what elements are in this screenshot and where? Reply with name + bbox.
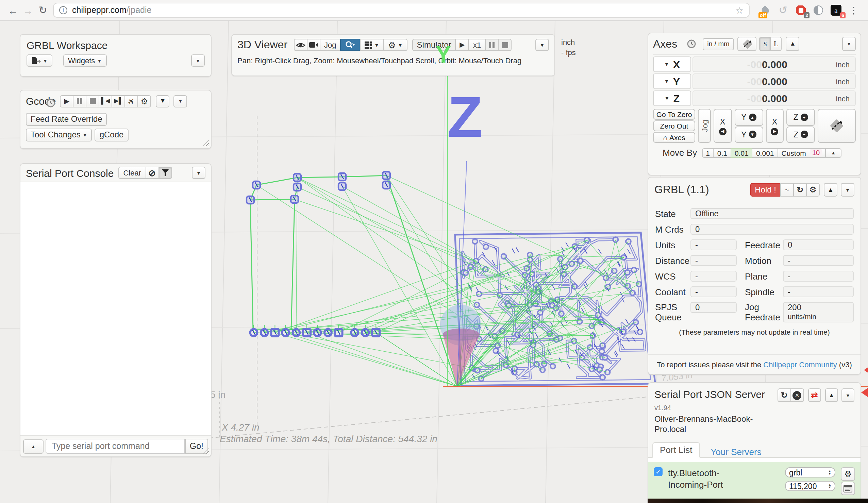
axis-y-value[interactable]: -00 0.000 inch [692, 73, 856, 89]
grbl-refresh-button[interactable]: ↻ [793, 183, 807, 197]
viewer-camera-button[interactable] [307, 39, 320, 51]
plane-label: Plane [745, 271, 783, 281]
grbl-collapse-button[interactable]: ▼ [841, 183, 855, 197]
jog-mode-button[interactable]: Jog [698, 109, 711, 143]
console-collapse-button[interactable]: ▼ [192, 167, 205, 179]
gcode-expand-button[interactable]: ▼ [156, 95, 169, 107]
viewer-jog-button[interactable]: Jog [319, 39, 341, 51]
axis-x-menu[interactable]: ▼X [653, 57, 691, 72]
forward-icon[interactable]: → [20, 4, 35, 16]
jog-z-minus-button[interactable]: Z− [786, 126, 815, 143]
grbl-settings-button[interactable]: ⚙ [806, 183, 820, 197]
port-baud-select[interactable]: 115,200 ▲▼ [785, 481, 835, 491]
gcode-goto-end-button[interactable]: ▶▌ [112, 95, 125, 107]
port-console-button[interactable] [841, 482, 855, 495]
jog-y-minus-button[interactable]: Y▼ [734, 126, 763, 143]
feed-rate-override-button[interactable]: Feed Rate Override [26, 113, 107, 125]
axes-collapse-button[interactable]: ▼ [842, 37, 856, 51]
gcode-play-button[interactable]: ▶ [60, 95, 73, 107]
gcode-stop-button[interactable] [86, 95, 99, 107]
step-custom-button[interactable]: Custom 10 [777, 148, 826, 157]
amazon-extension-icon[interactable]: a 6 [829, 3, 843, 17]
jog-x-plus-button[interactable]: X▶ [766, 109, 784, 143]
jog-x-minus-button[interactable]: X◀ [714, 109, 732, 143]
contrast-extension-icon[interactable] [812, 3, 825, 17]
gcode-list-button[interactable]: gCode [95, 128, 128, 141]
units-toggle-button[interactable]: in / mm [702, 38, 734, 50]
step-0p1-button[interactable]: 0.1 [713, 148, 731, 157]
console-filter-button[interactable] [158, 167, 172, 179]
console-go-button[interactable]: Go! [185, 439, 208, 454]
axis-z-value[interactable]: -00 0.000 inch [692, 91, 856, 106]
grbl-expand-button[interactable]: ▲ [824, 183, 837, 197]
workspace-export-button[interactable]: ▼ [27, 54, 52, 66]
flame-extension-icon[interactable]: off [758, 3, 772, 17]
site-info-icon[interactable]: i [59, 6, 68, 14]
workspace-collapse-button[interactable]: ▼ [191, 54, 205, 66]
spjs-disconnect-button[interactable]: ✕ [790, 388, 804, 402]
browser-menu-icon[interactable]: ⋮ [847, 3, 860, 17]
port-settings-button[interactable]: ⚙ [841, 467, 855, 481]
gcode-pause-button[interactable] [73, 95, 86, 107]
history-extension-icon[interactable]: ↺ [776, 3, 790, 17]
units-value: - [691, 239, 737, 250]
size-large-button[interactable]: L [771, 37, 782, 51]
adblocker-extension-icon[interactable]: 2 [794, 3, 807, 17]
zero-out-button[interactable]: Zero Out [653, 120, 695, 131]
port-buffer-select[interactable]: grbl ▲▼ [785, 467, 835, 478]
port-row-tty[interactable]: ✓ tty.Bluetooth-Incoming-Port grbl ▲▼ 11… [648, 462, 860, 501]
bookmark-star-icon[interactable]: ☆ [736, 5, 744, 15]
gcode-settings-button[interactable]: ⚙ [137, 95, 151, 107]
jog-y-plus-button[interactable]: Y▲ [734, 109, 763, 125]
viewer-collapse-button[interactable]: ▼ [535, 39, 549, 51]
spjs-refresh-button[interactable]: ↻ [777, 388, 791, 402]
console-history-button[interactable]: ▲ [23, 439, 43, 453]
simulator-pause-button[interactable] [485, 39, 499, 51]
resume-button[interactable]: ~ [780, 183, 794, 197]
axes-expand-button[interactable]: ▲ [786, 37, 800, 51]
axis-z-menu[interactable]: ▼Z [653, 91, 691, 106]
axis-x-value[interactable]: -00 0.000 inch [692, 57, 856, 72]
gcode-test-run-button[interactable]: ✈ [124, 95, 138, 107]
console-mute-button[interactable]: ⊘ [145, 167, 159, 179]
simulator-speed-button[interactable]: x1 [468, 39, 486, 51]
step-0p001-button[interactable]: 0.001 [752, 148, 778, 157]
console-clear-button[interactable]: Clear [118, 167, 146, 179]
gcode-collapse-button[interactable]: ▼ [174, 95, 187, 107]
console-log-area[interactable] [20, 182, 211, 436]
step-0p01-button[interactable]: 0.01 [731, 148, 753, 157]
gcode-goto-start-button[interactable]: ▌◀ [99, 95, 112, 107]
size-small-button[interactable]: S [760, 37, 771, 51]
viewer-settings-button[interactable]: ⚙ ▼ [383, 39, 407, 51]
jog-z-plus-button[interactable]: Z+ [786, 109, 815, 125]
widgets-button[interactable]: Widgets ▼ [63, 54, 106, 66]
viewer-visibility-button[interactable] [293, 39, 307, 51]
port-checkbox-checked[interactable]: ✓ [654, 467, 663, 476]
reload-icon[interactable]: ↻ [35, 4, 50, 16]
home-axes-button[interactable]: ⌂Axes [653, 132, 695, 143]
tab-your-servers[interactable]: Your Servers [711, 447, 761, 457]
simulator-stop-button[interactable] [498, 39, 512, 51]
step-1-button[interactable]: 1 [702, 148, 714, 157]
back-icon[interactable]: ← [6, 4, 20, 16]
spjs-collapse-button[interactable]: ▼ [841, 388, 855, 402]
hold-button[interactable]: Hold ! [750, 183, 781, 197]
measure-button[interactable] [738, 37, 757, 51]
go-to-zero-button[interactable]: Go To Zero [653, 109, 695, 120]
plus-circle-icon: + [800, 114, 808, 121]
simulator-play-button[interactable]: ▶ [455, 39, 469, 51]
serial-command-input[interactable] [45, 439, 185, 454]
viewer-zoom-mode-button[interactable] [340, 39, 361, 51]
community-link[interactable]: Chilipeppr Community [763, 360, 837, 369]
spjs-expand-button[interactable]: ▲ [825, 388, 838, 402]
probe-button[interactable] [818, 109, 856, 143]
axis-y-menu[interactable]: ▼Y [653, 73, 691, 89]
tool-changes-button[interactable]: Tool Changes▼ [26, 128, 92, 141]
viewer-units-readout: inch [561, 38, 576, 48]
chevron-up-icon: ▲ [790, 41, 796, 47]
viewer-grid-button[interactable]: ▼ [360, 39, 384, 51]
step-up-button[interactable]: ▲ [825, 148, 841, 157]
spjs-reconnect-button[interactable]: ⇄ [808, 388, 821, 402]
address-bar[interactable]: i chilipeppr.com /jpadie ☆ [53, 3, 750, 18]
tab-port-list[interactable]: Port List [652, 442, 700, 458]
